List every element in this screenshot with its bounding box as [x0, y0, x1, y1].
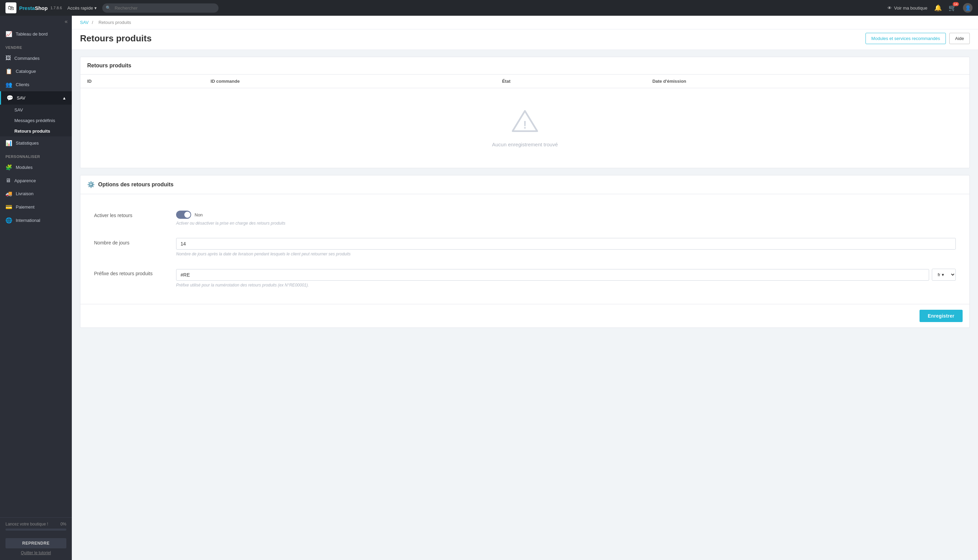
header-buttons: Modules et services recommandés Aide [865, 33, 970, 44]
statistiques-icon: 📊 [5, 140, 12, 146]
activer-toggle[interactable] [176, 211, 191, 219]
content-body: Retours produits ID ID commande État Dat… [72, 50, 978, 335]
logo-text: PrestaShop [19, 5, 48, 11]
sidebar-item-sav-sub[interactable]: SAV [0, 105, 72, 115]
notification-bell[interactable]: 🔔 [934, 4, 942, 12]
progress-bar-bg [5, 528, 66, 531]
sidebar-item-statistiques[interactable]: 📊 Statistiques [0, 137, 72, 150]
topbar: 🛍 PrestaShop 1.7.8.6 Accès rapide ▾ 👁 Vo… [0, 0, 978, 16]
jours-control: Nombre de jours après la date de livrais… [176, 238, 956, 257]
prefixe-control: fr ▾ Préfixe utilisé pour la numérotatio… [176, 269, 956, 288]
progress-section: Lancez votre boutique ! 0% [0, 517, 72, 535]
returns-table: ID ID commande État Date d'émission [80, 75, 970, 168]
section-personnaliser: PERSONNALISER [0, 150, 72, 161]
breadcrumb: SAV / Retours produits [80, 20, 133, 25]
page-title: Retours produits [80, 33, 152, 44]
aide-button[interactable]: Aide [949, 33, 970, 44]
breadcrumb-parent[interactable]: SAV [80, 20, 88, 25]
logo-icon: 🛍 [5, 2, 17, 13]
sidebar-item-dashboard[interactable]: 📈 Tableau de bord [0, 27, 72, 41]
prefix-row: fr ▾ [176, 269, 956, 281]
activer-desc: Activer ou désactiver la prise en charge… [176, 221, 956, 226]
sidebar-collapse[interactable]: « [0, 16, 72, 27]
options-body: Activer les retours Non Activer ou désac… [80, 194, 970, 304]
user-avatar[interactable]: 👤 [963, 3, 973, 13]
sidebar-item-international[interactable]: 🌐 International [0, 214, 72, 227]
tutorial-btns: REPRENDRE Quitter le tutoriel [0, 535, 72, 560]
commandes-icon: 🖼 [5, 55, 11, 61]
modules-icon: 🧩 [5, 164, 12, 171]
empty-text: Aucun enregistrement trouvé [87, 142, 963, 147]
empty-state: ! Aucun enregistrement trouvé [80, 88, 970, 168]
sidebar-item-apparence[interactable]: 🖥 Apparence [0, 174, 72, 187]
activer-value-label: Non [195, 212, 203, 217]
prefixe-label: Préfixe des retours produits [94, 269, 162, 276]
col-etat: État [495, 75, 645, 88]
paiement-icon: 💳 [5, 204, 12, 210]
quick-access-btn[interactable]: Accès rapide ▾ [67, 5, 97, 11]
gear-icon: ⚙️ [87, 181, 95, 188]
option-activer: Activer les retours Non Activer ou désac… [80, 205, 970, 232]
col-date: Date d'émission [646, 75, 970, 88]
option-jours: Nombre de jours Nombre de jours après la… [80, 232, 970, 263]
prefixe-desc: Préfixe utilisé pour la numérotation des… [176, 283, 956, 288]
livraison-icon: 🚚 [5, 190, 12, 197]
options-header: ⚙️ Options des retours produits [80, 175, 970, 194]
sidebar-item-livraison[interactable]: 🚚 Livraison [0, 187, 72, 200]
jours-label: Nombre de jours [94, 238, 162, 245]
eye-icon: 👁 [887, 5, 892, 11]
jours-desc: Nombre de jours après la date de livrais… [176, 252, 956, 257]
sidebar-item-messages[interactable]: Messages prédéfinis [0, 115, 72, 126]
sav-icon: 💬 [7, 95, 13, 101]
main-layout: « 📈 Tableau de bord VENDRE 🖼 Commandes 📋… [0, 16, 978, 560]
reprendre-button[interactable]: REPRENDRE [5, 538, 66, 548]
toggle-wrapper: Non [176, 211, 956, 219]
breadcrumb-separator: / [92, 20, 93, 25]
returns-table-header: Retours produits [80, 57, 970, 75]
sidebar-item-sav[interactable]: 💬 SAV ▲ [0, 91, 72, 105]
toggle-slider [176, 211, 191, 219]
svg-text:!: ! [523, 118, 527, 131]
progress-label: Lancez votre boutique ! 0% [5, 522, 66, 527]
returns-table-card: Retours produits ID ID commande État Dat… [80, 57, 970, 168]
sav-chevron-icon: ▲ [62, 96, 66, 100]
catalogue-icon: 📋 [5, 68, 12, 75]
modules-recommandes-button[interactable]: Modules et services recommandés [865, 33, 946, 44]
prefixe-input[interactable] [176, 269, 929, 281]
sidebar-item-clients[interactable]: 👥 Clients [0, 78, 72, 91]
jours-input[interactable] [176, 238, 956, 250]
sidebar-item-catalogue[interactable]: 📋 Catalogue [0, 65, 72, 78]
sidebar-item-modules[interactable]: 🧩 Modules [0, 161, 72, 174]
card-footer: Enregistrer [80, 304, 970, 328]
activer-control: Non Activer ou désactiver la prise en ch… [176, 211, 956, 226]
sidebar: « 📈 Tableau de bord VENDRE 🖼 Commandes 📋… [0, 16, 72, 560]
sidebar-item-retours[interactable]: Retours produits [0, 126, 72, 137]
save-button[interactable]: Enregistrer [920, 310, 963, 322]
quitter-button[interactable]: Quitter le tutoriel [5, 550, 66, 555]
sidebar-item-paiement[interactable]: 💳 Paiement [0, 200, 72, 214]
activer-label: Activer les retours [94, 211, 162, 218]
option-prefixe: Préfixe des retours produits fr ▾ Préfix… [80, 263, 970, 294]
col-id: ID [80, 75, 204, 88]
search-input[interactable] [102, 3, 218, 13]
content-area: SAV / Retours produits Retours produits … [72, 16, 978, 560]
cart-icon-btn[interactable]: 🛒 14 [949, 4, 956, 12]
content-header: SAV / Retours produits [72, 16, 978, 29]
clients-icon: 👥 [5, 82, 12, 88]
apparence-icon: 🖥 [5, 177, 11, 183]
col-id-commande: ID commande [204, 75, 495, 88]
version-label: 1.7.8.6 [50, 6, 62, 10]
lang-select[interactable]: fr ▾ [932, 269, 956, 281]
sav-submenu: SAV Messages prédéfinis Retours produits [0, 105, 72, 137]
logo: 🛍 PrestaShop 1.7.8.6 [5, 2, 62, 13]
collapse-btn[interactable]: « [65, 18, 68, 25]
section-vendre: VENDRE [0, 41, 72, 52]
topbar-right: 👁 Voir ma boutique 🔔 🛒 14 👤 [887, 3, 973, 13]
search-wrapper [102, 3, 218, 13]
page-title-area: Retours produits Modules et services rec… [72, 29, 978, 50]
view-shop-btn[interactable]: 👁 Voir ma boutique [887, 5, 927, 11]
sidebar-item-commandes[interactable]: 🖼 Commandes [0, 52, 72, 65]
international-icon: 🌐 [5, 217, 12, 223]
breadcrumb-current: Retours produits [98, 20, 131, 25]
options-card: ⚙️ Options des retours produits Activer … [80, 175, 970, 328]
